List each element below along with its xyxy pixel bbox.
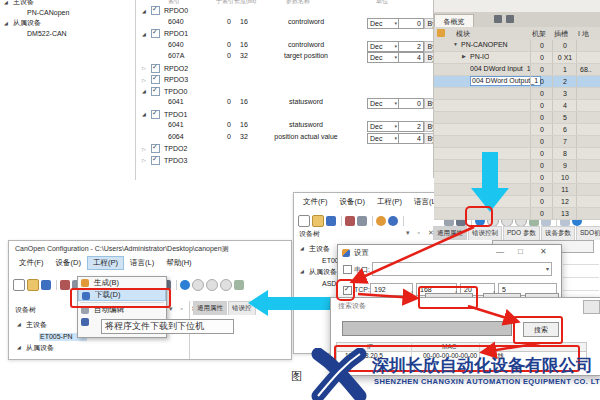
offset-input[interactable]: 0 [398, 98, 424, 109]
pdo-checkbox[interactable] [151, 87, 160, 96]
ip-octet-1[interactable]: 192 [370, 283, 413, 296]
overview-row[interactable]: 0 13 [434, 208, 600, 220]
menu-item[interactable]: 语言(L) [124, 256, 160, 270]
overview-row[interactable]: 0 11 [434, 184, 600, 196]
pdo-checkbox[interactable] [151, 144, 160, 153]
save-icon[interactable] [326, 216, 336, 226]
menu-item[interactable]: 工程(P) [371, 195, 408, 209]
serial-checkbox[interactable] [343, 265, 352, 274]
overview-row[interactable]: 0 9 [434, 160, 600, 172]
pdo-expander-icon[interactable] [142, 146, 151, 152]
row-expander-icon[interactable]: ▶ [462, 53, 466, 59]
network-icon[interactable] [60, 280, 70, 290]
status-icon[interactable] [192, 279, 204, 291]
network-icon[interactable] [357, 216, 367, 226]
pdo-expander-icon[interactable] [142, 8, 151, 14]
unit-dropdown[interactable]: Dec [367, 18, 399, 29]
tree-expander-icon[interactable] [4, 0, 13, 8]
tree-expander-icon[interactable] [17, 319, 26, 331]
menu-item[interactable]: 帮助(H) [160, 256, 197, 270]
pdo-expander-icon[interactable] [142, 77, 151, 83]
tree-item[interactable]: PN-CANopen [18, 8, 124, 19]
overview-row[interactable]: 004 DWord Input_1 0 1 68.. [434, 64, 600, 76]
close-button[interactable]: ✕ [540, 247, 547, 256]
filter-icon[interactable] [437, 29, 445, 37]
menu-item[interactable]: 工程(P) [87, 256, 124, 270]
pdo-checkbox[interactable] [151, 110, 160, 119]
overview-row[interactable]: 0 7 [434, 136, 600, 148]
tree-expander-icon[interactable] [300, 266, 309, 278]
unit-dropdown[interactable]: Dec [367, 121, 399, 132]
open-file-icon[interactable] [27, 279, 39, 291]
pdo-checkbox[interactable] [151, 156, 160, 165]
overview-row[interactable]: ▶ PN-IO 0 0 X1 [434, 52, 600, 64]
offset-input[interactable]: 2 [398, 121, 424, 132]
network-icon[interactable] [345, 216, 355, 226]
tree-item[interactable]: DM522-CAN [18, 29, 124, 40]
panel-tool-icon[interactable] [494, 15, 502, 23]
tab[interactable]: 错误控制 [468, 226, 502, 240]
offset-input[interactable]: 2 [398, 41, 424, 52]
search-button[interactable]: 搜索 [523, 322, 559, 337]
pdo-expander-icon[interactable] [142, 65, 151, 71]
status-icon[interactable] [206, 279, 218, 291]
unit-dropdown[interactable]: Dec [367, 52, 399, 63]
serial-port-dropdown[interactable] [372, 262, 552, 276]
new-file-icon[interactable] [13, 279, 25, 291]
overview-row[interactable]: 0 10 [434, 172, 600, 184]
pdo-expander-icon[interactable] [142, 111, 151, 117]
menu-item[interactable]: 设备(D) [50, 256, 87, 270]
overview-row[interactable]: 004 DWord Output_1 0 2 [434, 76, 600, 88]
new-file-icon[interactable] [298, 215, 310, 227]
pdo-expander-icon[interactable] [142, 157, 151, 163]
generate-icon[interactable] [376, 216, 386, 226]
overview-row[interactable]: 0 6 [434, 124, 600, 136]
tab[interactable]: 设备参数 [541, 226, 575, 240]
offset-input[interactable]: 0 [398, 18, 424, 29]
overview-row[interactable]: 0 8 [434, 148, 600, 160]
menu-item-auto[interactable]: 自动编辑 [78, 304, 166, 316]
stop-icon[interactable] [180, 280, 190, 290]
menu-item-generate[interactable]: 生成(B) [78, 277, 166, 289]
minimize-button[interactable]: — [496, 247, 504, 256]
download-icon[interactable] [388, 216, 398, 226]
tree-expander-icon[interactable] [300, 243, 309, 255]
menu-item-download[interactable]: 下载(D) [78, 289, 166, 301]
overview-row[interactable]: 0 12 [434, 196, 600, 208]
panel-tool-icon[interactable] [506, 15, 514, 23]
menu-item[interactable]: 文件(F) [13, 256, 50, 270]
tree-item[interactable]: 从属设备 [17, 342, 187, 354]
tab-device-overview[interactable]: 备概览 [434, 14, 474, 28]
close-button[interactable] [583, 300, 600, 314]
tab[interactable]: PDO 参数 [503, 226, 540, 240]
menu-item[interactable]: 设备(D) [334, 195, 371, 209]
tree-expander-icon[interactable] [4, 18, 13, 29]
save-icon[interactable] [41, 280, 51, 290]
tcp-checkbox[interactable] [343, 286, 352, 295]
menu-item[interactable]: 文件(F) [297, 195, 334, 209]
maximize-button[interactable]: □ [518, 247, 523, 256]
unit-dropdown[interactable]: Dec [367, 133, 399, 144]
pdo-checkbox[interactable] [151, 29, 160, 38]
overview-row[interactable]: ▼ PN-CANOPEN 0 0 [434, 40, 600, 52]
tree-item[interactable]: 主设备 [4, 0, 124, 8]
tab[interactable]: SDO初始化 [576, 226, 600, 240]
tree-item[interactable]: 从属设备 [4, 18, 124, 29]
pdo-checkbox[interactable] [151, 6, 160, 15]
offset-input[interactable]: 4 [398, 133, 424, 144]
pdo-expander-icon[interactable] [142, 88, 151, 94]
unit-dropdown[interactable]: Dec [367, 98, 399, 109]
pdo-checkbox[interactable] [151, 64, 160, 73]
offset-input[interactable]: 4 [398, 52, 424, 63]
row-expander-icon[interactable]: ▼ [453, 41, 458, 47]
overview-row[interactable]: 0 4 [434, 100, 600, 112]
pdo-expander-icon[interactable] [142, 31, 151, 37]
pdo-checkbox[interactable] [151, 75, 160, 84]
tab[interactable]: 通用属性 [433, 226, 467, 240]
open-file-icon[interactable] [312, 215, 324, 227]
grid-icon[interactable] [234, 280, 244, 290]
tab[interactable]: 通用属性 [193, 301, 227, 315]
unit-dropdown[interactable]: Dec [367, 41, 399, 52]
overview-row[interactable]: 0 5 [434, 112, 600, 124]
overview-row[interactable]: 0 3 [434, 88, 600, 100]
